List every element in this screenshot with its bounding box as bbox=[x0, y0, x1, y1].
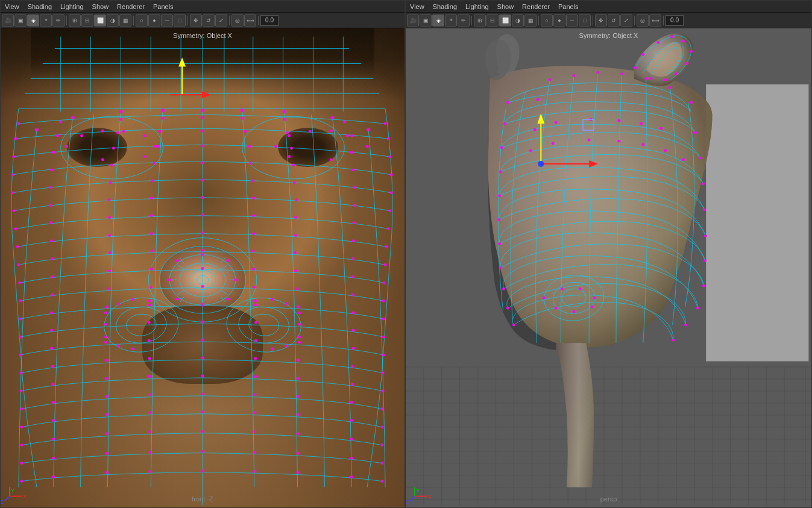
svg-point-217 bbox=[149, 430, 152, 433]
left-menu-renderer[interactable]: Renderer bbox=[115, 3, 146, 10]
svg-point-190 bbox=[148, 375, 151, 378]
tb-shaded[interactable]: ◑ bbox=[107, 14, 119, 27]
svg-point-237 bbox=[253, 470, 256, 473]
right-tb-snap[interactable]: ⊟ bbox=[486, 14, 499, 27]
right-tb-sep4 bbox=[634, 16, 635, 25]
svg-point-392 bbox=[538, 161, 544, 167]
svg-point-225 bbox=[105, 452, 109, 455]
tb-soft[interactable]: ◎ bbox=[231, 14, 244, 27]
svg-point-236 bbox=[201, 469, 204, 472]
svg-point-68 bbox=[346, 134, 349, 137]
right-tb-scale[interactable]: ⤢ bbox=[620, 14, 632, 27]
right-tb-obj[interactable]: ○ bbox=[541, 14, 553, 27]
svg-line-27 bbox=[221, 296, 225, 302]
tb-move[interactable]: ✥ bbox=[190, 14, 202, 27]
right-tb-paint[interactable]: ✏ bbox=[458, 14, 470, 27]
tb-vert[interactable]: ● bbox=[148, 14, 160, 27]
svg-point-146 bbox=[201, 285, 204, 288]
svg-point-334 bbox=[669, 86, 672, 89]
tb-lasso[interactable]: ⌖ bbox=[40, 14, 52, 27]
tb-scale[interactable]: ⤢ bbox=[215, 14, 227, 27]
svg-point-344 bbox=[703, 208, 706, 211]
svg-point-263 bbox=[176, 259, 179, 262]
right-tb-camera[interactable]: 🎥 bbox=[407, 14, 419, 27]
svg-point-76 bbox=[290, 147, 293, 150]
svg-point-109 bbox=[150, 214, 153, 217]
right-tb-vert[interactable]: ● bbox=[553, 14, 565, 27]
svg-point-108 bbox=[108, 216, 111, 219]
left-menu-view[interactable]: View bbox=[3, 3, 21, 10]
svg-point-271 bbox=[298, 312, 301, 315]
right-tb-wire[interactable]: ⬜ bbox=[499, 14, 511, 27]
right-menu-shading[interactable]: Shading bbox=[431, 3, 459, 10]
svg-point-47 bbox=[35, 128, 39, 131]
svg-point-249 bbox=[351, 134, 354, 137]
right-toolbar: 🎥 ▣ ◈ ⌖ ✏ ⊞ ⊟ ⬜ ◑ ▦ ○ ● ─ □ ✥ ↺ ⤢ bbox=[406, 13, 811, 28]
svg-point-177 bbox=[19, 371, 22, 374]
right-tb-lasso[interactable]: ⌖ bbox=[445, 14, 457, 27]
left-canvas[interactable]: X Y Z Symmetry: Object X front -Z bbox=[1, 28, 404, 507]
svg-point-238 bbox=[297, 471, 300, 474]
tb-wire[interactable]: ⬜ bbox=[94, 14, 106, 27]
svg-point-179 bbox=[51, 365, 54, 368]
svg-point-211 bbox=[297, 413, 300, 416]
right-tb-face[interactable]: □ bbox=[579, 14, 591, 27]
svg-point-264 bbox=[104, 312, 107, 315]
left-viewport: View Shading Lighting Show Renderer Pane… bbox=[0, 0, 405, 508]
right-tb-shaded[interactable]: ◑ bbox=[512, 14, 524, 27]
svg-point-123 bbox=[17, 263, 20, 266]
right-tb-sel1[interactable]: ▣ bbox=[420, 14, 432, 27]
left-menu-show[interactable]: Show bbox=[90, 3, 111, 10]
right-menu-view[interactable]: View bbox=[408, 3, 426, 10]
svg-point-328 bbox=[597, 71, 600, 74]
svg-point-126 bbox=[109, 251, 112, 254]
left-menu-panels[interactable]: Panels bbox=[151, 3, 175, 10]
right-tb-rotate[interactable]: ↺ bbox=[608, 14, 620, 27]
right-tb-cam-val[interactable]: 0.0 bbox=[666, 15, 684, 26]
svg-point-111 bbox=[252, 214, 255, 217]
right-tb-move[interactable]: ✥ bbox=[595, 14, 607, 27]
right-menu-panels[interactable]: Panels bbox=[556, 3, 581, 10]
tb-snap[interactable]: ⊟ bbox=[81, 14, 93, 27]
svg-point-104 bbox=[353, 204, 356, 207]
tb-grid[interactable]: ⊞ bbox=[69, 14, 81, 27]
svg-point-364 bbox=[552, 142, 555, 145]
right-tb-edge[interactable]: ─ bbox=[566, 14, 578, 27]
right-menu-lighting[interactable]: Lighting bbox=[464, 3, 491, 10]
right-tb-sel2[interactable]: ◈ bbox=[432, 14, 444, 27]
right-tb-sym[interactable]: ⟺ bbox=[649, 14, 661, 27]
right-menu-renderer[interactable]: Renderer bbox=[520, 3, 552, 10]
svg-point-42 bbox=[201, 108, 204, 112]
tb-face[interactable]: □ bbox=[174, 14, 186, 27]
right-tb-soft[interactable]: ◎ bbox=[637, 14, 649, 27]
tb-rotate[interactable]: ↺ bbox=[203, 14, 215, 27]
tb-edge[interactable]: ─ bbox=[161, 14, 173, 27]
svg-point-118 bbox=[150, 232, 153, 235]
tb-sel1[interactable]: ▣ bbox=[14, 14, 27, 27]
svg-point-46 bbox=[330, 116, 334, 119]
svg-point-131 bbox=[351, 257, 354, 260]
svg-point-341 bbox=[499, 170, 502, 173]
svg-point-90 bbox=[109, 181, 112, 184]
left-menu-shading[interactable]: Shading bbox=[26, 3, 54, 10]
svg-point-51 bbox=[17, 122, 20, 125]
svg-point-375 bbox=[573, 310, 576, 313]
tb-paint[interactable]: ✏ bbox=[52, 14, 65, 27]
svg-point-342 bbox=[702, 182, 705, 185]
right-menu-show[interactable]: Show bbox=[496, 3, 516, 10]
tb-obj[interactable]: ○ bbox=[136, 14, 148, 27]
right-tb-grid[interactable]: ⊞ bbox=[474, 14, 486, 27]
tb-cam-val[interactable]: 0.0 bbox=[260, 15, 279, 26]
left-menu-lighting[interactable]: Lighting bbox=[58, 3, 86, 10]
tb-camera[interactable]: 🎥 bbox=[2, 14, 14, 27]
svg-point-349 bbox=[499, 266, 502, 269]
right-tb-tex[interactable]: ▦ bbox=[524, 14, 537, 27]
svg-point-220 bbox=[297, 432, 300, 435]
svg-point-44 bbox=[283, 110, 286, 113]
tb-tex[interactable]: ▦ bbox=[119, 14, 131, 27]
tb-sym[interactable]: ⟺ bbox=[244, 14, 256, 27]
tb-sel2[interactable]: ◈ bbox=[27, 14, 39, 27]
svg-point-373 bbox=[593, 296, 596, 299]
right-canvas[interactable]: X Y Z Symmetry: Object X persp bbox=[406, 28, 811, 507]
svg-point-134 bbox=[51, 275, 54, 278]
